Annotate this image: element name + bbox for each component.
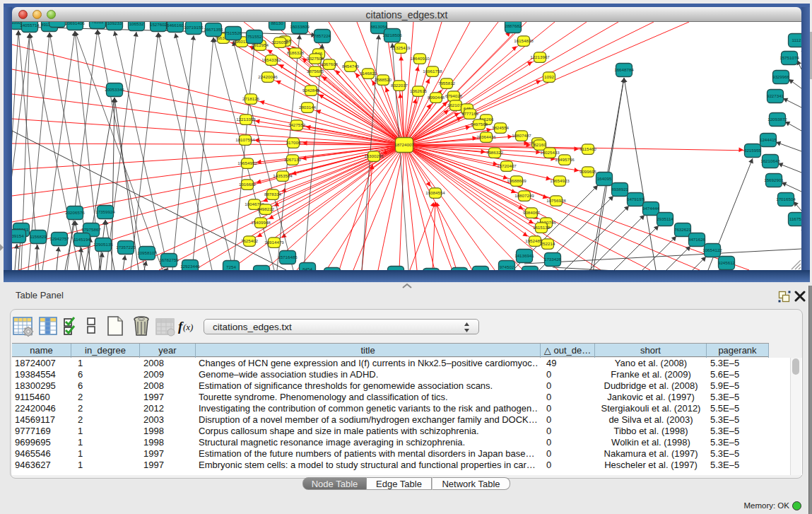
svg-text:16033809: 16033809 bbox=[290, 24, 310, 29]
svg-text:88130: 88130 bbox=[271, 22, 283, 25]
svg-text:7857224: 7857224 bbox=[314, 33, 331, 38]
svg-text:9327508: 9327508 bbox=[307, 56, 324, 61]
svg-text:10688609: 10688609 bbox=[507, 178, 526, 183]
svg-text:1244415: 1244415 bbox=[760, 137, 777, 142]
svg-text:974502: 974502 bbox=[500, 264, 514, 269]
svg-text:6497568: 6497568 bbox=[471, 122, 488, 127]
svg-text:12905135: 12905135 bbox=[93, 242, 113, 247]
svg-text:16543362: 16543362 bbox=[261, 57, 281, 62]
svg-text:11325419: 11325419 bbox=[391, 45, 411, 50]
svg-text:116753: 116753 bbox=[789, 216, 801, 221]
svg-text:8454749: 8454749 bbox=[342, 64, 360, 69]
svg-text:2588520: 2588520 bbox=[375, 77, 392, 82]
svg-text:8938921: 8938921 bbox=[611, 187, 629, 192]
svg-text:10654122: 10654122 bbox=[702, 247, 722, 252]
svg-text:9242848: 9242848 bbox=[302, 88, 320, 93]
svg-text:8471626: 8471626 bbox=[688, 237, 706, 242]
svg-text:76512: 76512 bbox=[91, 22, 104, 24]
svg-text:16210643: 16210643 bbox=[760, 158, 780, 163]
svg-text:9227341: 9227341 bbox=[767, 93, 784, 98]
svg-text:1916682: 1916682 bbox=[239, 182, 257, 187]
svg-text:9329966: 9329966 bbox=[772, 74, 790, 79]
svg-text:6794028: 6794028 bbox=[445, 93, 463, 98]
svg-text:19654923: 19654923 bbox=[550, 178, 570, 183]
svg-text:17359924: 17359924 bbox=[95, 209, 115, 214]
svg-text:10807487: 10807487 bbox=[512, 133, 531, 138]
svg-text:12093872: 12093872 bbox=[767, 117, 787, 122]
svg-text:1362615: 1362615 bbox=[410, 88, 428, 93]
svg-text:8813054: 8813054 bbox=[370, 24, 388, 29]
svg-text:1112: 1112 bbox=[792, 37, 801, 42]
svg-text:20206576: 20206576 bbox=[65, 210, 85, 215]
svg-text:6479197: 6479197 bbox=[627, 197, 645, 201]
svg-text:(x): (x) bbox=[183, 322, 193, 332]
svg-text:2935114: 2935114 bbox=[657, 216, 673, 221]
svg-text:9146821: 9146821 bbox=[360, 71, 377, 76]
svg-text:14353584: 14353584 bbox=[273, 173, 293, 178]
svg-text:9084067: 9084067 bbox=[523, 210, 541, 215]
svg-text:3824554: 3824554 bbox=[492, 125, 510, 130]
svg-text:14136941: 14136941 bbox=[514, 253, 534, 258]
svg-text:3427552: 3427552 bbox=[288, 122, 306, 127]
svg-text:15300295: 15300295 bbox=[364, 153, 384, 158]
svg-text:20691406: 20691406 bbox=[65, 22, 85, 25]
svg-text:16914479: 16914479 bbox=[264, 240, 284, 245]
svg-text:3498222: 3498222 bbox=[257, 206, 275, 211]
svg-text:1145194: 1145194 bbox=[73, 237, 90, 242]
svg-text:2718126: 2718126 bbox=[242, 96, 260, 101]
svg-text:16961758: 16961758 bbox=[423, 69, 442, 74]
svg-text:3215955: 3215955 bbox=[744, 148, 762, 153]
svg-text:19218506: 19218506 bbox=[382, 33, 402, 37]
svg-text:19654952: 19654952 bbox=[237, 160, 257, 165]
svg-text:15720407: 15720407 bbox=[497, 163, 517, 168]
svg-text:17016504: 17016504 bbox=[776, 197, 796, 201]
svg-text:751552: 751552 bbox=[247, 34, 262, 39]
svg-text:9099695: 9099695 bbox=[579, 169, 597, 174]
svg-text:9115460: 9115460 bbox=[579, 146, 596, 151]
svg-text:1615132: 1615132 bbox=[533, 225, 551, 230]
svg-text:10719155: 10719155 bbox=[184, 25, 204, 30]
svg-text:18107554: 18107554 bbox=[235, 137, 255, 142]
svg-text:10756928: 10756928 bbox=[546, 198, 566, 203]
svg-text:7625402: 7625402 bbox=[241, 238, 259, 243]
svg-text:15751074: 15751074 bbox=[779, 55, 799, 60]
svg-text:91044: 91044 bbox=[255, 269, 268, 270]
svg-text:252214: 252214 bbox=[541, 241, 555, 246]
svg-text:3226058: 3226058 bbox=[271, 40, 289, 45]
svg-text:3875685: 3875685 bbox=[307, 69, 324, 74]
svg-text:317006: 317006 bbox=[286, 140, 301, 145]
svg-text:10025433: 10025433 bbox=[540, 150, 560, 155]
svg-text:164095: 164095 bbox=[597, 176, 612, 181]
svg-text:18807249: 18807249 bbox=[514, 193, 534, 198]
svg-text:39154: 39154 bbox=[12, 233, 24, 238]
svg-text:12213967: 12213967 bbox=[530, 54, 550, 59]
svg-text:2887682: 2887682 bbox=[505, 23, 522, 28]
svg-text:18724007: 18724007 bbox=[394, 142, 414, 147]
svg-text:17357225: 17357225 bbox=[116, 245, 136, 250]
svg-text:16648784: 16648784 bbox=[614, 67, 634, 72]
svg-text:12213359: 12213359 bbox=[236, 117, 256, 122]
svg-text:8454: 8454 bbox=[302, 267, 312, 270]
svg-text:19384554: 19384554 bbox=[425, 190, 445, 195]
svg-text:7955812: 7955812 bbox=[438, 81, 456, 86]
svg-text:15409948: 15409948 bbox=[251, 220, 271, 225]
svg-text:16782759: 16782759 bbox=[159, 257, 179, 262]
svg-text:22420046: 22420046 bbox=[258, 74, 278, 79]
svg-text:15692901: 15692901 bbox=[764, 177, 784, 182]
svg-text:109233: 109233 bbox=[107, 22, 122, 25]
svg-text:8878334: 8878334 bbox=[264, 192, 282, 197]
svg-text:97975867: 97975867 bbox=[81, 227, 101, 232]
svg-text:15716485: 15716485 bbox=[278, 255, 298, 259]
svg-text:9474444: 9474444 bbox=[642, 206, 660, 211]
svg-text:20053346: 20053346 bbox=[105, 87, 124, 92]
svg-text:1092: 1092 bbox=[544, 74, 554, 79]
svg-text:6466160: 6466160 bbox=[167, 23, 184, 28]
svg-text:9245612: 9245612 bbox=[718, 260, 736, 265]
svg-text:1733426: 1733426 bbox=[544, 257, 562, 262]
svg-text:2367608: 2367608 bbox=[321, 62, 339, 66]
svg-text:106532: 106532 bbox=[129, 22, 144, 26]
svg-text:7254: 7254 bbox=[226, 264, 236, 269]
svg-text:16154838: 16154838 bbox=[514, 38, 534, 43]
svg-text:14055714: 14055714 bbox=[20, 23, 40, 28]
svg-text:1156829: 1156829 bbox=[30, 234, 47, 239]
